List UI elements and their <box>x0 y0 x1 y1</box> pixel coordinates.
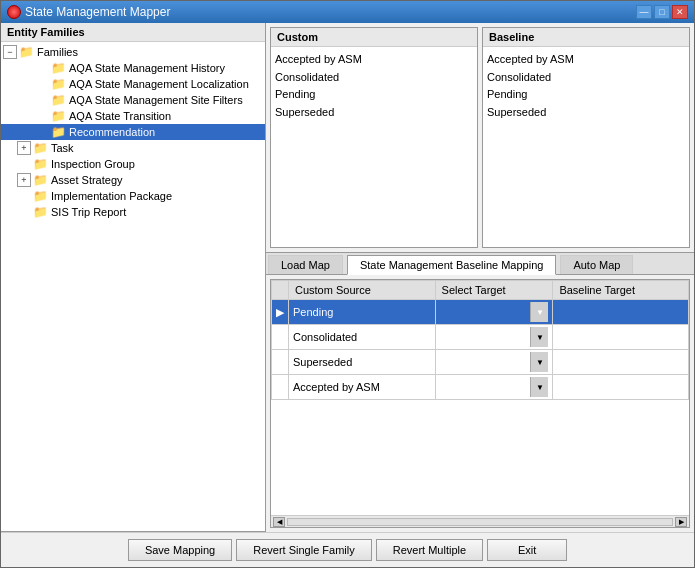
tree-label-aqa-filters: AQA State Management Site Filters <box>69 94 243 106</box>
maximize-button[interactable]: □ <box>654 5 670 19</box>
baseline-box: Baseline Accepted by ASM Consolidated Pe… <box>482 27 690 248</box>
tree-toggle-asset-strategy[interactable]: + <box>17 173 31 187</box>
target-cell-2[interactable]: ▼ <box>435 325 553 350</box>
mapping-table-container: Custom Source Select Target Baseline Tar… <box>270 279 690 528</box>
tree-item-aqa-transition[interactable]: 📁 AQA State Transition <box>1 108 265 124</box>
source-cell-1[interactable]: Pending <box>289 300 436 325</box>
baseline-cell-2 <box>553 325 689 350</box>
target-cell-4[interactable]: ▼ <box>435 375 553 400</box>
source-cell-3[interactable]: Superseded <box>289 350 436 375</box>
tree-toggle-families[interactable]: − <box>3 45 17 59</box>
tree-item-implementation-package[interactable]: 📁 Implementation Package <box>1 188 265 204</box>
scroll-track[interactable] <box>287 518 673 526</box>
baseline-item-4[interactable]: Superseded <box>487 104 685 122</box>
tree-label-aqa-localization: AQA State Management Localization <box>69 78 249 90</box>
tree-item-inspection-group[interactable]: 📁 Inspection Group <box>1 156 265 172</box>
folder-icon-implementation-package: 📁 <box>33 189 48 203</box>
save-mapping-button[interactable]: Save Mapping <box>128 539 232 561</box>
baseline-item-2[interactable]: Consolidated <box>487 69 685 87</box>
row-pointer-3 <box>272 350 289 375</box>
tab-auto-map[interactable]: Auto Map <box>560 255 633 274</box>
left-panel: Entity Families − 📁 Families 📁 AQA State… <box>1 23 266 532</box>
tab-bar: Load Map State Management Baseline Mappi… <box>266 253 694 275</box>
main-window: State Management Mapper — □ ✕ Entity Fam… <box>0 0 695 568</box>
top-right-area: Custom Accepted by ASM Consolidated Pend… <box>266 23 694 252</box>
close-button[interactable]: ✕ <box>672 5 688 19</box>
baseline-item-3[interactable]: Pending <box>487 86 685 104</box>
col-header-custom-source: Custom Source <box>289 281 436 300</box>
baseline-cell-4 <box>553 375 689 400</box>
folder-icon-aqa-transition: 📁 <box>51 109 66 123</box>
custom-item-4[interactable]: Superseded <box>275 104 473 122</box>
dropdown-arrow-4[interactable]: ▼ <box>530 377 548 397</box>
custom-item-2[interactable]: Consolidated <box>275 69 473 87</box>
tree-item-asset-strategy[interactable]: + 📁 Asset Strategy <box>1 172 265 188</box>
tree-label-aqa-history: AQA State Management History <box>69 62 225 74</box>
tree-label-families: Families <box>37 46 78 58</box>
scroll-left-btn[interactable]: ◀ <box>273 517 285 527</box>
baseline-cell-1 <box>553 300 689 325</box>
right-panel: Custom Accepted by ASM Consolidated Pend… <box>266 23 694 532</box>
col-header-arrow <box>272 281 289 300</box>
table-scroll[interactable]: Custom Source Select Target Baseline Tar… <box>271 280 689 515</box>
bottom-button-bar: Save Mapping Revert Single Family Revert… <box>1 532 694 567</box>
tree-item-task[interactable]: + 📁 Task <box>1 140 265 156</box>
source-cell-4[interactable]: Accepted by ASM <box>289 375 436 400</box>
folder-icon-families: 📁 <box>19 45 34 59</box>
mapping-table: Custom Source Select Target Baseline Tar… <box>271 280 689 400</box>
tree-item-aqa-localization[interactable]: 📁 AQA State Management Localization <box>1 76 265 92</box>
folder-icon-task: 📁 <box>33 141 48 155</box>
dropdown-arrow-2[interactable]: ▼ <box>530 327 548 347</box>
tab-state-management[interactable]: State Management Baseline Mapping <box>347 255 556 275</box>
window-title: State Management Mapper <box>25 5 170 19</box>
dropdown-arrow-3[interactable]: ▼ <box>530 352 548 372</box>
custom-box-content: Accepted by ASM Consolidated Pending Sup… <box>271 47 477 247</box>
tree-label-asset-strategy: Asset Strategy <box>51 174 123 186</box>
folder-icon-asset-strategy: 📁 <box>33 173 48 187</box>
revert-multiple-button[interactable]: Revert Multiple <box>376 539 483 561</box>
tree-label-recommendation: Recommendation <box>69 126 155 138</box>
tree-item-aqa-history[interactable]: 📁 AQA State Management History <box>1 60 265 76</box>
baseline-item-1[interactable]: Accepted by ASM <box>487 51 685 69</box>
custom-item-3[interactable]: Pending <box>275 86 473 104</box>
target-cell-3[interactable]: ▼ <box>435 350 553 375</box>
tree-toggle-task[interactable]: + <box>17 141 31 155</box>
row-pointer-1: ▶ <box>272 300 289 325</box>
tree-item-sis-trip-report[interactable]: 📁 SIS Trip Report <box>1 204 265 220</box>
entity-families-header: Entity Families <box>1 23 265 42</box>
table-row[interactable]: Accepted by ASM ▼ <box>272 375 689 400</box>
window-controls: — □ ✕ <box>636 5 688 19</box>
tree-label-sis-trip-report: SIS Trip Report <box>51 206 126 218</box>
tab-load-map[interactable]: Load Map <box>268 255 343 274</box>
revert-single-family-button[interactable]: Revert Single Family <box>236 539 371 561</box>
table-row[interactable]: Superseded ▼ <box>272 350 689 375</box>
col-header-baseline-target: Baseline Target <box>553 281 689 300</box>
tree-label-task: Task <box>51 142 74 154</box>
bottom-right-area: Load Map State Management Baseline Mappi… <box>266 252 694 532</box>
minimize-button[interactable]: — <box>636 5 652 19</box>
folder-icon-recommendation: 📁 <box>51 125 66 139</box>
custom-item-1[interactable]: Accepted by ASM <box>275 51 473 69</box>
exit-button[interactable]: Exit <box>487 539 567 561</box>
custom-box: Custom Accepted by ASM Consolidated Pend… <box>270 27 478 248</box>
source-cell-2[interactable]: Consolidated <box>289 325 436 350</box>
row-pointer-2 <box>272 325 289 350</box>
tree-item-recommendation[interactable]: 📁 Recommendation <box>1 124 265 140</box>
scroll-right-btn[interactable]: ▶ <box>675 517 687 527</box>
horizontal-scrollbar[interactable]: ◀ ▶ <box>271 515 689 527</box>
baseline-cell-3 <box>553 350 689 375</box>
tree-item-families[interactable]: − 📁 Families <box>1 44 265 60</box>
table-row[interactable]: Consolidated ▼ <box>272 325 689 350</box>
tree-item-aqa-filters[interactable]: 📁 AQA State Management Site Filters <box>1 92 265 108</box>
target-cell-1[interactable]: ▼ <box>435 300 553 325</box>
dropdown-arrow-1[interactable]: ▼ <box>530 302 548 322</box>
baseline-box-content: Accepted by ASM Consolidated Pending Sup… <box>483 47 689 247</box>
app-icon <box>7 5 21 19</box>
folder-icon-aqa-localization: 📁 <box>51 77 66 91</box>
table-row[interactable]: ▶ Pending ▼ <box>272 300 689 325</box>
row-pointer-4 <box>272 375 289 400</box>
title-bar-left: State Management Mapper <box>7 5 170 19</box>
col-header-select-target: Select Target <box>435 281 553 300</box>
tree-label-inspection-group: Inspection Group <box>51 158 135 170</box>
folder-icon-aqa-filters: 📁 <box>51 93 66 107</box>
